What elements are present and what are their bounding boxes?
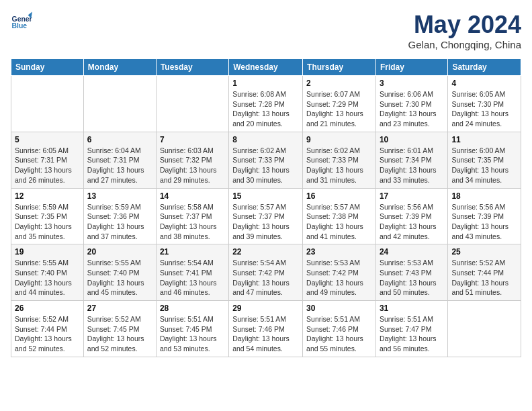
day-number: 21: [160, 247, 225, 257]
day-number: 26: [15, 304, 80, 313]
day-number: 8: [232, 135, 299, 144]
day-number: 9: [306, 135, 372, 144]
day-info: Sunrise: 5:51 AM Sunset: 7:46 PM Dayligh…: [306, 314, 372, 354]
day-number: 13: [87, 191, 152, 201]
calendar-cell: 18Sunrise: 5:56 AM Sunset: 7:39 PM Dayli…: [448, 188, 521, 244]
calendar-cell: 1Sunrise: 6:08 AM Sunset: 7:28 PM Daylig…: [229, 76, 303, 132]
day-number: 4: [451, 79, 517, 88]
day-number: 2: [306, 79, 372, 88]
day-number: 7: [160, 135, 225, 144]
calendar-cell: 9Sunrise: 6:02 AM Sunset: 7:33 PM Daylig…: [303, 132, 376, 188]
calendar-cell: 3Sunrise: 6:06 AM Sunset: 7:30 PM Daylig…: [375, 76, 447, 132]
calendar-day-header: Saturday: [448, 59, 521, 76]
day-info: Sunrise: 5:53 AM Sunset: 7:42 PM Dayligh…: [306, 258, 372, 298]
calendar-cell: 26Sunrise: 5:52 AM Sunset: 7:44 PM Dayli…: [11, 301, 84, 357]
calendar-cell: 16Sunrise: 5:57 AM Sunset: 7:38 PM Dayli…: [303, 188, 376, 244]
calendar-cell: 21Sunrise: 5:54 AM Sunset: 7:41 PM Dayli…: [156, 244, 228, 301]
calendar-week-row: 26Sunrise: 5:52 AM Sunset: 7:44 PM Dayli…: [11, 301, 521, 357]
day-number: 27: [87, 304, 152, 313]
calendar-cell: 31Sunrise: 5:51 AM Sunset: 7:47 PM Dayli…: [375, 301, 447, 357]
day-number: 14: [160, 191, 225, 201]
day-number: 19: [15, 247, 80, 257]
calendar-day-header: Thursday: [303, 59, 376, 76]
calendar-cell: 25Sunrise: 5:52 AM Sunset: 7:44 PM Dayli…: [448, 244, 521, 301]
day-info: Sunrise: 6:01 AM Sunset: 7:34 PM Dayligh…: [380, 146, 444, 185]
day-number: 29: [232, 304, 299, 313]
day-info: Sunrise: 5:54 AM Sunset: 7:41 PM Dayligh…: [160, 258, 225, 298]
day-info: Sunrise: 5:52 AM Sunset: 7:44 PM Dayligh…: [451, 258, 517, 298]
calendar-cell: 17Sunrise: 5:56 AM Sunset: 7:39 PM Dayli…: [375, 188, 447, 244]
page-header: General Blue May 2024 Gelan, Chongqing, …: [11, 11, 521, 50]
calendar-cell: 8Sunrise: 6:02 AM Sunset: 7:33 PM Daylig…: [229, 132, 303, 188]
day-info: Sunrise: 5:56 AM Sunset: 7:39 PM Dayligh…: [380, 202, 444, 242]
day-info: Sunrise: 6:02 AM Sunset: 7:33 PM Dayligh…: [232, 146, 299, 185]
svg-text:General: General: [12, 15, 32, 23]
calendar-cell: [83, 76, 156, 132]
day-info: Sunrise: 6:03 AM Sunset: 7:32 PM Dayligh…: [160, 146, 225, 185]
calendar-week-row: 1Sunrise: 6:08 AM Sunset: 7:28 PM Daylig…: [11, 76, 521, 132]
day-number: 24: [380, 247, 444, 257]
day-number: 1: [232, 79, 299, 88]
calendar-week-row: 19Sunrise: 5:55 AM Sunset: 7:40 PM Dayli…: [11, 244, 521, 301]
day-info: Sunrise: 5:55 AM Sunset: 7:40 PM Dayligh…: [15, 258, 80, 298]
day-number: 11: [451, 135, 517, 144]
day-info: Sunrise: 5:59 AM Sunset: 7:36 PM Dayligh…: [87, 202, 152, 242]
calendar-day-header: Tuesday: [156, 59, 228, 76]
day-number: 16: [306, 191, 372, 201]
day-number: 3: [380, 79, 444, 88]
calendar-cell: 13Sunrise: 5:59 AM Sunset: 7:36 PM Dayli…: [83, 188, 156, 244]
title-block: May 2024 Gelan, Chongqing, China: [408, 11, 521, 50]
day-info: Sunrise: 5:51 AM Sunset: 7:46 PM Dayligh…: [232, 314, 299, 354]
day-number: 20: [87, 247, 152, 257]
day-info: Sunrise: 5:51 AM Sunset: 7:45 PM Dayligh…: [160, 314, 225, 354]
calendar-cell: 2Sunrise: 6:07 AM Sunset: 7:29 PM Daylig…: [303, 76, 376, 132]
calendar-cell: 15Sunrise: 5:57 AM Sunset: 7:37 PM Dayli…: [229, 188, 303, 244]
logo: General Blue: [11, 11, 35, 32]
logo-icon: General Blue: [11, 11, 32, 32]
day-info: Sunrise: 5:56 AM Sunset: 7:39 PM Dayligh…: [451, 202, 517, 242]
svg-text:Blue: Blue: [12, 22, 28, 30]
calendar-cell: 5Sunrise: 6:05 AM Sunset: 7:31 PM Daylig…: [11, 132, 84, 188]
calendar-table: SundayMondayTuesdayWednesdayThursdayFrid…: [11, 58, 521, 357]
location: Gelan, Chongqing, China: [408, 39, 521, 50]
calendar-cell: 6Sunrise: 6:04 AM Sunset: 7:31 PM Daylig…: [83, 132, 156, 188]
calendar-cell: 28Sunrise: 5:51 AM Sunset: 7:45 PM Dayli…: [156, 301, 228, 357]
day-info: Sunrise: 5:51 AM Sunset: 7:47 PM Dayligh…: [380, 314, 444, 354]
day-number: 15: [232, 191, 299, 201]
day-info: Sunrise: 5:58 AM Sunset: 7:37 PM Dayligh…: [160, 202, 225, 242]
day-info: Sunrise: 6:05 AM Sunset: 7:30 PM Dayligh…: [451, 89, 517, 129]
day-number: 5: [15, 135, 80, 144]
calendar-week-row: 5Sunrise: 6:05 AM Sunset: 7:31 PM Daylig…: [11, 132, 521, 188]
day-number: 30: [306, 304, 372, 313]
calendar-day-header: Monday: [83, 59, 156, 76]
day-info: Sunrise: 6:04 AM Sunset: 7:31 PM Dayligh…: [87, 146, 152, 185]
day-number: 31: [380, 304, 444, 313]
day-number: 17: [380, 191, 444, 201]
day-number: 10: [380, 135, 444, 144]
calendar-cell: 12Sunrise: 5:59 AM Sunset: 7:35 PM Dayli…: [11, 188, 84, 244]
calendar-cell: 4Sunrise: 6:05 AM Sunset: 7:30 PM Daylig…: [448, 76, 521, 132]
calendar-cell: [11, 76, 84, 132]
calendar-day-header: Wednesday: [229, 59, 303, 76]
day-info: Sunrise: 5:52 AM Sunset: 7:44 PM Dayligh…: [15, 314, 80, 354]
day-number: 28: [160, 304, 225, 313]
calendar-body: 1Sunrise: 6:08 AM Sunset: 7:28 PM Daylig…: [11, 76, 521, 357]
day-number: 23: [306, 247, 372, 257]
day-info: Sunrise: 6:05 AM Sunset: 7:31 PM Dayligh…: [15, 146, 80, 185]
calendar-week-row: 12Sunrise: 5:59 AM Sunset: 7:35 PM Dayli…: [11, 188, 521, 244]
day-number: 25: [451, 247, 517, 257]
month-title: May 2024: [408, 11, 521, 39]
day-info: Sunrise: 5:57 AM Sunset: 7:37 PM Dayligh…: [232, 202, 299, 242]
calendar-day-header: Friday: [375, 59, 447, 76]
day-info: Sunrise: 6:00 AM Sunset: 7:35 PM Dayligh…: [451, 146, 517, 185]
calendar-cell: 30Sunrise: 5:51 AM Sunset: 7:46 PM Dayli…: [303, 301, 376, 357]
day-info: Sunrise: 6:06 AM Sunset: 7:30 PM Dayligh…: [380, 89, 444, 129]
day-info: Sunrise: 6:08 AM Sunset: 7:28 PM Dayligh…: [232, 89, 299, 129]
day-info: Sunrise: 6:02 AM Sunset: 7:33 PM Dayligh…: [306, 146, 372, 185]
day-info: Sunrise: 5:55 AM Sunset: 7:40 PM Dayligh…: [87, 258, 152, 298]
calendar-cell: [156, 76, 228, 132]
day-number: 22: [232, 247, 299, 257]
day-info: Sunrise: 5:57 AM Sunset: 7:38 PM Dayligh…: [306, 202, 372, 242]
calendar-cell: 19Sunrise: 5:55 AM Sunset: 7:40 PM Dayli…: [11, 244, 84, 301]
day-info: Sunrise: 5:59 AM Sunset: 7:35 PM Dayligh…: [15, 202, 80, 242]
